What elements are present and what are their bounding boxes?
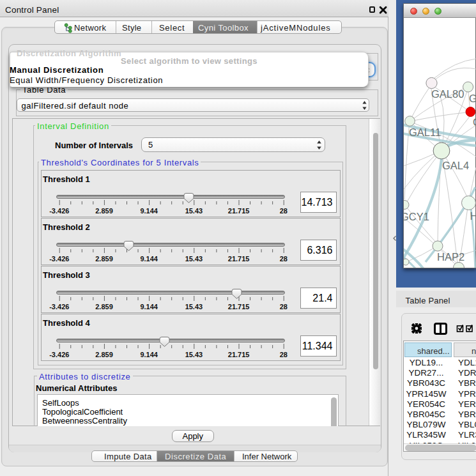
svg-text:GA: GA <box>469 93 476 104</box>
svg-text:GAL80: GAL80 <box>431 88 464 100</box>
svg-text:GAL4: GAL4 <box>442 160 469 171</box>
svg-text:HAP2: HAP2 <box>437 251 464 263</box>
svg-text:C: C <box>473 116 476 128</box>
svg-text:H: H <box>470 210 476 222</box>
svg-text:GAL11: GAL11 <box>409 127 441 138</box>
svg-text:GCY1: GCY1 <box>404 211 429 222</box>
